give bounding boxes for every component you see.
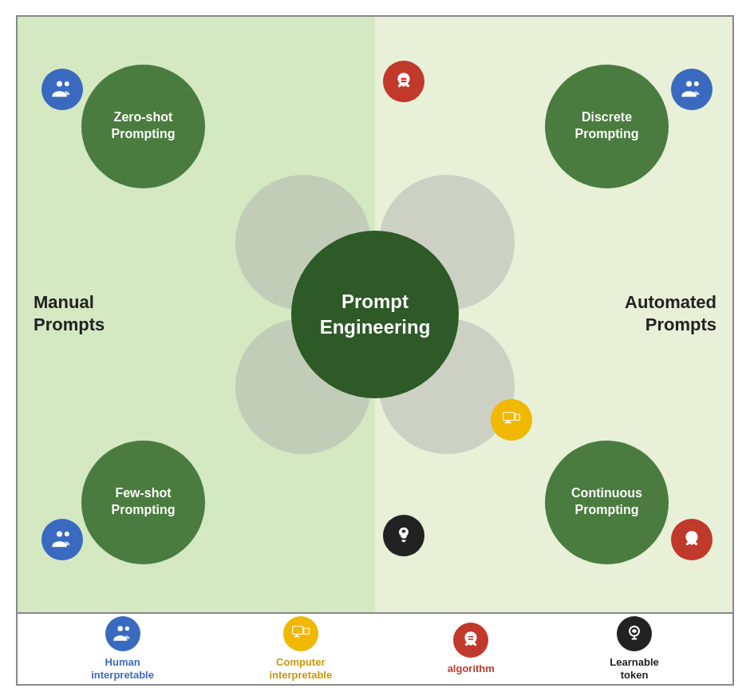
legend-label-computer: Computerinterpretable bbox=[269, 656, 332, 681]
svg-point-7 bbox=[694, 81, 699, 86]
svg-point-6 bbox=[686, 81, 692, 86]
legend-item-token: Learnabletoken bbox=[610, 616, 658, 681]
svg-point-2 bbox=[57, 531, 62, 536]
svg-rect-12 bbox=[507, 421, 510, 422]
human-badge-top-right bbox=[671, 69, 712, 110]
discrete-label: DiscretePrompting bbox=[575, 109, 639, 143]
manual-prompts-label: ManualPrompts bbox=[34, 291, 105, 337]
svg-point-0 bbox=[57, 81, 62, 86]
algorithm-icon-tr bbox=[393, 71, 414, 92]
main-container: ManualPrompts Zero-shotPrompting Few-sho… bbox=[16, 15, 734, 686]
svg-rect-19 bbox=[293, 627, 302, 634]
legend-label-algorithm: algorithm bbox=[448, 662, 495, 675]
computer-badge bbox=[491, 399, 532, 441]
people-icon-bl bbox=[51, 528, 73, 551]
legend-icon-algorithm bbox=[453, 623, 488, 658]
legend-icon-computer bbox=[283, 616, 318, 651]
svg-rect-9 bbox=[503, 413, 514, 420]
zero-shot-label: Zero-shotPrompting bbox=[112, 109, 176, 143]
center-overlay: Prompt Engineering bbox=[207, 147, 543, 482]
svg-rect-21 bbox=[304, 628, 308, 634]
center-line1: Prompt bbox=[341, 291, 409, 312]
legend-item-computer: Computerinterpretable bbox=[269, 616, 332, 681]
legend-item-algorithm: algorithm bbox=[448, 623, 495, 675]
zero-shot-circle: Zero-shotPrompting bbox=[81, 65, 205, 188]
human-badge-bottom-left bbox=[41, 519, 83, 560]
legend-item-human: Humaninterpretable bbox=[91, 616, 154, 681]
people-icon-tr bbox=[681, 78, 703, 101]
svg-point-16 bbox=[117, 626, 123, 631]
diagram-wrapper: ManualPrompts Zero-shotPrompting Few-sho… bbox=[18, 17, 732, 612]
few-shot-label: Few-shotPrompting bbox=[112, 485, 176, 519]
people-icon-tl bbox=[51, 78, 73, 101]
svg-rect-13 bbox=[504, 422, 511, 423]
continuous-label: ContinuousPrompting bbox=[571, 485, 642, 519]
brain-badge-br bbox=[383, 515, 424, 556]
center-line2: Engineering bbox=[320, 316, 431, 338]
svg-point-3 bbox=[65, 532, 69, 536]
legend-brain-icon bbox=[624, 623, 645, 644]
legend-icon-token bbox=[617, 616, 652, 651]
algorithm-badge-top bbox=[383, 61, 424, 102]
center-circle-text: Prompt Engineering bbox=[320, 289, 431, 338]
legend-computer-icon bbox=[290, 623, 311, 644]
brain-icon-br bbox=[393, 525, 414, 546]
algorithm-badge-br bbox=[671, 519, 712, 560]
human-badge-top-left bbox=[41, 69, 83, 110]
svg-rect-22 bbox=[295, 635, 298, 636]
legend-label-token: Learnabletoken bbox=[610, 656, 658, 681]
svg-rect-11 bbox=[515, 414, 519, 420]
legend-icon-human bbox=[105, 616, 140, 651]
svg-rect-23 bbox=[294, 636, 300, 637]
legend-label-human: Humaninterpretable bbox=[91, 656, 154, 681]
legend-people-icon bbox=[112, 623, 133, 644]
discrete-circle: DiscretePrompting bbox=[545, 65, 669, 188]
few-shot-circle: Few-shotPrompting bbox=[81, 441, 205, 564]
center-circle: Prompt Engineering bbox=[291, 231, 459, 398]
legend-algorithm-icon bbox=[460, 630, 481, 651]
svg-point-17 bbox=[124, 627, 128, 631]
algorithm-icon-br bbox=[681, 529, 702, 550]
automated-prompts-label: AutomatedPrompts bbox=[625, 291, 716, 337]
legend-bar: Humaninterpretable Computerinterpretable bbox=[18, 612, 732, 684]
continuous-circle: ContinuousPrompting bbox=[545, 441, 669, 564]
svg-point-1 bbox=[65, 81, 69, 86]
computer-icon-br bbox=[501, 409, 522, 430]
